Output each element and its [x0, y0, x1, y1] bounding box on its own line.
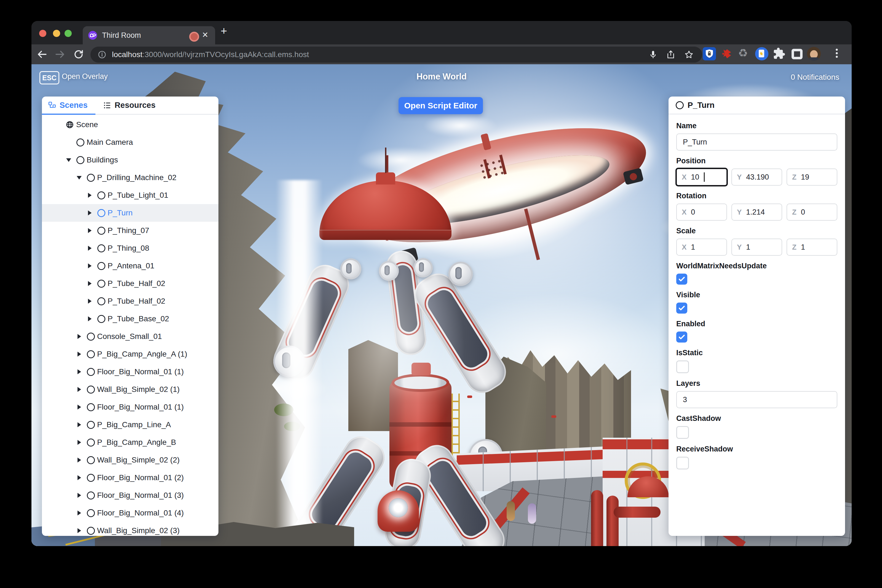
- mic-icon[interactable]: [648, 50, 658, 60]
- tree-row[interactable]: Floor_Big_Normal_01 (3): [42, 486, 218, 504]
- screenshot-root: Third Room ✕ + localhost:3000/world/!vjr…: [0, 0, 882, 588]
- third-room-logo-icon: [88, 31, 97, 40]
- panel-tabs: Scenes Resources: [42, 96, 218, 115]
- site-info-icon[interactable]: [98, 50, 106, 59]
- tree-row[interactable]: Floor_Big_Normal_01 (2): [42, 469, 218, 486]
- expand-caret-icon[interactable]: [84, 210, 95, 215]
- tree-row[interactable]: P_Tube_Light_01: [42, 186, 218, 204]
- tree-row[interactable]: Wall_Big_Simple_02 (3): [42, 522, 218, 536]
- tree-row[interactable]: P_Drilling_Machine_02: [42, 169, 218, 186]
- expand-caret-icon[interactable]: [74, 440, 84, 445]
- url-bar[interactable]: localhost:3000/world/!vjrzmTVOcyIsLgaAkA…: [90, 46, 702, 63]
- expand-caret-icon[interactable]: [84, 263, 95, 268]
- minimize-window-button[interactable]: [53, 30, 60, 37]
- expand-caret-icon[interactable]: [74, 369, 84, 374]
- tree-row[interactable]: Wall_Big_Simple_02 (1): [42, 381, 218, 398]
- expand-caret-icon[interactable]: [74, 334, 84, 339]
- tree-row[interactable]: P_Big_Camp_Angle_A (1): [42, 345, 218, 363]
- red-extension-icon[interactable]: [721, 48, 733, 60]
- field-label: CastShadow: [676, 414, 837, 423]
- worldmatrixneedsupdate-checkbox[interactable]: [676, 274, 687, 285]
- tree-row[interactable]: Main Camera: [42, 134, 218, 151]
- expand-caret-icon[interactable]: [84, 316, 95, 321]
- bloom: [310, 241, 465, 450]
- expand-caret-icon[interactable]: [74, 405, 84, 410]
- tree-row[interactable]: P_Tube_Base_02: [42, 310, 218, 328]
- expand-caret-icon[interactable]: [74, 176, 84, 180]
- layers-input[interactable]: 3: [676, 391, 837, 408]
- expand-caret-icon[interactable]: [63, 158, 74, 162]
- enabled-checkbox[interactable]: [676, 332, 687, 342]
- expand-caret-icon[interactable]: [74, 475, 84, 480]
- password-manager-extension-icon[interactable]: [703, 47, 716, 60]
- zoom-window-button[interactable]: [64, 30, 72, 37]
- tab-close-icon[interactable]: ✕: [202, 30, 208, 39]
- tab-scenes[interactable]: Scenes: [48, 96, 88, 114]
- node-circle-icon: [84, 438, 97, 447]
- isstatic-checkbox[interactable]: [676, 360, 689, 373]
- receiveshadow-checkbox[interactable]: [676, 457, 689, 470]
- tree-row[interactable]: Floor_Big_Normal_01 (4): [42, 504, 218, 522]
- open-script-editor-button[interactable]: Open Script Editor: [399, 97, 483, 114]
- notifications-label[interactable]: 0 Notifications: [791, 73, 839, 82]
- expand-caret-icon[interactable]: [74, 510, 84, 516]
- rotation-x-input[interactable]: X0: [676, 204, 727, 220]
- scene-viewport[interactable]: ESC Open Overlay Home World 0 Notificati…: [32, 64, 852, 546]
- expand-caret-icon[interactable]: [84, 246, 95, 251]
- bookmark-star-icon[interactable]: [684, 50, 694, 60]
- expand-caret-icon[interactable]: [74, 422, 84, 427]
- reload-button[interactable]: [72, 48, 85, 60]
- position-y-input[interactable]: Y43.190: [731, 168, 782, 186]
- tree-row[interactable]: P_Big_Camp_Angle_B: [42, 434, 218, 451]
- expand-caret-icon[interactable]: [84, 228, 95, 233]
- tree-row[interactable]: P_Antena_01: [42, 257, 218, 275]
- name-input[interactable]: P_Turn: [676, 134, 837, 151]
- expand-caret-icon[interactable]: [84, 281, 95, 286]
- back-button[interactable]: [36, 48, 48, 60]
- tree-row[interactable]: P_Tube_Half_02: [42, 275, 218, 292]
- forward-button[interactable]: [54, 48, 66, 60]
- tree-row[interactable]: Console_Small_01: [42, 328, 218, 345]
- scale-x-input[interactable]: X1: [676, 238, 727, 256]
- extensions-puzzle-icon[interactable]: [773, 47, 786, 60]
- tree-row[interactable]: Wall_Big_Simple_02 (2): [42, 451, 218, 469]
- close-window-button[interactable]: [39, 30, 46, 37]
- expand-caret-icon[interactable]: [84, 193, 95, 198]
- visible-checkbox[interactable]: [676, 303, 687, 314]
- share-icon[interactable]: [666, 50, 676, 60]
- recycle-extension-icon[interactable]: ♻: [738, 46, 748, 59]
- tree-row[interactable]: Floor_Big_Normal_01 (1): [42, 398, 218, 416]
- tree-row[interactable]: Floor_Big_Normal_01 (1): [42, 363, 218, 381]
- tree-row[interactable]: P_Thing_08: [42, 239, 218, 257]
- menu-icon[interactable]: [831, 47, 843, 59]
- tree-row[interactable]: Scene: [42, 116, 218, 134]
- tree-row[interactable]: P_Big_Camp_Line_A: [42, 416, 218, 434]
- expand-caret-icon[interactable]: [74, 387, 84, 392]
- rotation-y-input[interactable]: Y1.214: [731, 204, 782, 220]
- tab-resources[interactable]: Resources: [103, 96, 156, 114]
- tree-row[interactable]: P_Tube_Half_02: [42, 292, 218, 310]
- node-circle-icon: [74, 138, 87, 147]
- document-extension-icon[interactable]: [755, 47, 768, 60]
- position-z-input[interactable]: Z19: [787, 168, 837, 186]
- castshadow-checkbox[interactable]: [676, 426, 689, 439]
- tree-row[interactable]: P_Turn: [42, 204, 218, 222]
- expand-caret-icon[interactable]: [74, 528, 84, 533]
- scale-y-input[interactable]: Y1: [731, 238, 782, 256]
- profile-avatar[interactable]: [807, 47, 821, 61]
- scale-z-input[interactable]: Z1: [787, 238, 837, 256]
- position-x-input[interactable]: X10: [675, 168, 728, 186]
- node-circle-icon: [95, 227, 108, 235]
- tree-row[interactable]: P_Thing_07: [42, 222, 218, 239]
- expand-caret-icon[interactable]: [84, 299, 95, 304]
- tree-row[interactable]: Buildings: [42, 151, 218, 169]
- expand-caret-icon[interactable]: [74, 458, 84, 462]
- rotation-z-input[interactable]: Z0: [787, 204, 837, 220]
- expand-caret-icon[interactable]: [74, 493, 84, 498]
- expand-caret-icon[interactable]: [74, 352, 84, 357]
- tree-row-label: Floor_Big_Normal_01 (3): [97, 491, 184, 500]
- new-tab-button[interactable]: +: [220, 25, 227, 37]
- field-label: ReceiveShadow: [676, 445, 837, 453]
- browser-tab[interactable]: Third Room ✕: [83, 26, 215, 44]
- side-panel-icon[interactable]: [792, 49, 802, 59]
